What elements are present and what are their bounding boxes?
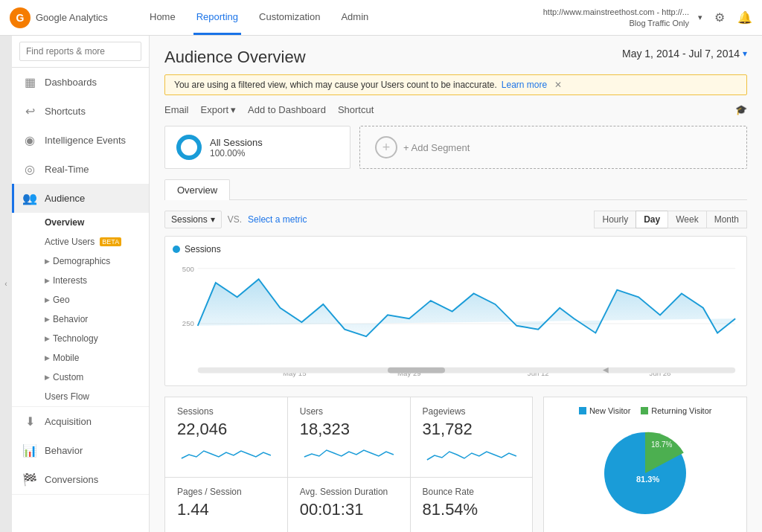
content-inner: Audience Overview May 1, 2014 - Jul 7, 2…: [150, 36, 762, 532]
sparkline-bounce: [423, 524, 521, 532]
add-segment-button[interactable]: + + Add Segment: [359, 126, 747, 169]
nav-reporting[interactable]: Reporting: [193, 1, 241, 35]
sidebar-sub-geo[interactable]: ▶ Geo: [45, 290, 149, 310]
overview-label: Overview: [45, 217, 84, 228]
sidebar-sub-users-flow[interactable]: Users Flow: [45, 387, 149, 406]
time-btn-hourly[interactable]: Hourly: [594, 211, 636, 228]
learn-more-link[interactable]: Learn more: [502, 80, 547, 90]
sidebar-sub-active-users[interactable]: Active Users BETA: [45, 232, 149, 251]
stat-label-bounce: Bounce Rate: [423, 487, 521, 497]
sidebar-toggle[interactable]: ‹: [0, 36, 12, 532]
returning-visitor-legend: Returning Visitor: [641, 406, 711, 415]
sidebar-label-dashboards: Dashboards: [45, 77, 97, 88]
sidebar-item-behavior[interactable]: 📊 Behavior: [12, 436, 149, 465]
caret-icon[interactable]: ▾: [698, 13, 702, 22]
demographics-arrow: ▶: [45, 257, 50, 265]
export-button[interactable]: Export ▾: [201, 104, 237, 115]
settings-icon[interactable]: ⚙: [711, 10, 728, 26]
stat-bounce-rate: Bounce Rate 81.54%: [411, 478, 533, 532]
sidebar-sub-overview[interactable]: Overview: [45, 213, 149, 232]
toolbar: Email Export ▾ Add to Dashboard Shortcut…: [164, 104, 747, 115]
stat-pages-session: Pages / Session 1.44: [165, 478, 287, 532]
sidebar-sub-behavior[interactable]: ▶ Behavior: [45, 310, 149, 329]
conversions-icon: 🏁: [22, 472, 37, 487]
stat-label-pages-session: Pages / Session: [177, 487, 275, 497]
sidebar-sub-custom[interactable]: ▶ Custom: [45, 368, 149, 387]
stat-label-sessions: Sessions: [177, 406, 275, 417]
sidebar-item-shortcuts[interactable]: ↩ Shortcuts: [12, 97, 149, 126]
svg-text:250: 250: [182, 319, 194, 327]
sidebar-section-main: ▦ Dashboards ↩ Shortcuts ◉ Intelligence …: [12, 68, 149, 407]
sidebar-item-acquisition[interactable]: ⬇ Acquisition: [12, 407, 149, 436]
metric-select[interactable]: Sessions ▾: [164, 211, 222, 228]
google-analytics-icon: G: [9, 7, 31, 29]
sidebar-section-bottom: ⬇ Acquisition 📊 Behavior 🏁 Conversions: [12, 407, 149, 495]
chart-controls: Sessions ▾ VS. Select a metric Hourly Da…: [164, 211, 747, 228]
svg-rect-13: [388, 368, 445, 374]
stat-pageviews: Pageviews 31,782: [411, 397, 533, 477]
active-bar: [12, 184, 14, 213]
time-btn-month[interactable]: Month: [706, 211, 747, 228]
nav-admin[interactable]: Admin: [338, 1, 371, 35]
dashboards-icon: ▦: [22, 75, 37, 89]
notifications-icon[interactable]: 🔔: [737, 10, 753, 26]
sidebar-item-audience[interactable]: 👥 Audience: [12, 184, 149, 213]
stats-grid: Sessions 22,046 Users 18,323: [164, 397, 533, 532]
sidebar-sub-demographics[interactable]: ▶ Demographics: [45, 251, 149, 271]
sidebar-item-realtime[interactable]: ◎ Real-Time: [12, 155, 149, 184]
audience-submenu: Overview Active Users BETA ▶ Demographic…: [12, 213, 149, 406]
sidebar-sub-mobile[interactable]: ▶ Mobile: [45, 348, 149, 368]
new-visitor-legend: New Visitor: [579, 406, 630, 415]
add-segment-circle: +: [375, 136, 397, 158]
sidebar-search-area: [12, 36, 149, 68]
tab-overview[interactable]: Overview: [164, 179, 230, 200]
sidebar-label-conversions: Conversions: [45, 474, 98, 485]
stat-sessions: Sessions 22,046: [165, 397, 287, 477]
nav-links: Home Reporting Customization Admin: [147, 1, 543, 35]
sparkline-pageviews: [423, 443, 521, 466]
search-input[interactable]: [19, 42, 141, 61]
nav-customization[interactable]: Customization: [256, 1, 323, 35]
sidebar-sub-technology[interactable]: ▶ Technology: [45, 329, 149, 348]
pie-legend: New Visitor Returning Visitor: [579, 406, 712, 415]
stat-users: Users 18,323: [288, 397, 410, 477]
page-title: Audience Overview: [164, 48, 306, 67]
segment-info: All Sessions 100.00%: [210, 137, 263, 158]
svg-text:81.3%: 81.3%: [636, 475, 659, 484]
sparkline-pages-session: [177, 524, 275, 532]
stat-value-avg-session: 00:01:31: [300, 500, 398, 519]
pie-chart-area: New Visitor Returning Visitor: [543, 397, 747, 532]
sidebar-item-dashboards[interactable]: ▦ Dashboards: [12, 68, 149, 97]
date-range-picker[interactable]: May 1, 2014 - Jul 7, 2014 ▾: [622, 48, 747, 60]
email-button[interactable]: Email: [164, 104, 189, 115]
vs-text: VS.: [228, 214, 242, 225]
add-dashboard-button[interactable]: Add to Dashboard: [248, 104, 326, 115]
pie-chart: 81.3% 18.7%: [593, 421, 697, 525]
behavior-label: Behavior: [53, 314, 88, 324]
sparkline-users: [300, 443, 398, 466]
time-btn-week[interactable]: Week: [667, 211, 706, 228]
nav-home[interactable]: Home: [147, 1, 179, 35]
legend-label: Sessions: [185, 244, 221, 254]
shortcut-button[interactable]: Shortcut: [338, 104, 374, 115]
all-sessions-segment[interactable]: All Sessions 100.00%: [164, 126, 350, 169]
active-users-label: Active Users: [45, 237, 95, 247]
stat-avg-session: Avg. Session Duration 00:01:31: [288, 478, 410, 532]
sidebar-item-conversions[interactable]: 🏁 Conversions: [12, 465, 149, 494]
warning-close-icon[interactable]: ✕: [554, 80, 562, 90]
users-flow-label: Users Flow: [45, 391, 89, 402]
time-btn-day[interactable]: Day: [635, 211, 668, 228]
svg-point-3: [185, 143, 193, 152]
sessions-chart: 500 250 May 15 May 29: [173, 259, 739, 385]
mobile-arrow: ▶: [45, 354, 50, 362]
beta-badge: BETA: [100, 237, 121, 246]
stat-value-users: 18,323: [300, 420, 398, 439]
segments-row: All Sessions 100.00% + + Add Segment: [164, 126, 747, 169]
sidebar-sub-interests[interactable]: ▶ Interests: [45, 271, 149, 290]
sidebar-item-intelligence[interactable]: ◉ Intelligence Events: [12, 126, 149, 155]
select-metric-link[interactable]: Select a metric: [248, 214, 307, 225]
content-area: Audience Overview May 1, 2014 - Jul 7, 2…: [150, 36, 762, 532]
main-layout: ‹ ▦ Dashboards ↩ Shortcuts ◉ Intelligenc…: [0, 36, 762, 532]
interests-label: Interests: [53, 275, 87, 286]
time-buttons: Hourly Day Week Month: [595, 211, 747, 228]
